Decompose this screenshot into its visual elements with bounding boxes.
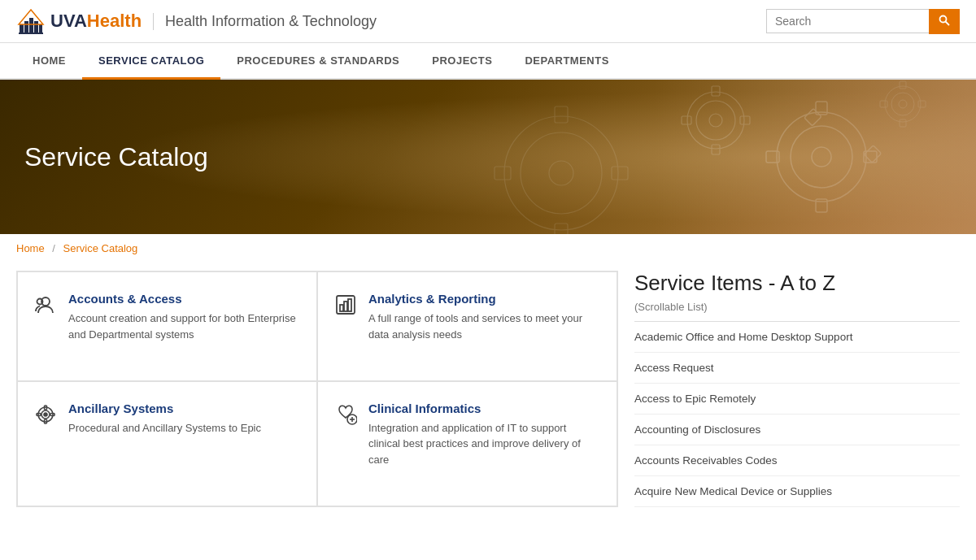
svg-rect-5	[39, 24, 42, 33]
nav-procedures[interactable]: PROCEDURES & STANDARDS	[220, 43, 416, 78]
service-card[interactable]: Clinical Informatics Integration and app…	[317, 381, 617, 506]
search-icon	[939, 15, 950, 26]
main-content: Accounts & Access Account creation and s…	[0, 263, 976, 523]
az-title: Service Items - A to Z	[634, 271, 960, 296]
breadcrumb-separator: /	[52, 242, 55, 254]
az-list-item[interactable]: Access to Epic Remotely	[634, 384, 960, 415]
search-input[interactable]	[766, 9, 929, 33]
card-title[interactable]: Analytics & Reporting	[368, 292, 496, 306]
logo-uva-text: UVA	[50, 11, 87, 31]
card-title[interactable]: Accounts & Access	[68, 292, 182, 306]
logo-link[interactable]: UVAHealth	[16, 7, 142, 36]
main-nav: HOME SERVICE CATALOG PROCEDURES & STANDA…	[0, 43, 976, 80]
svg-rect-2	[24, 21, 28, 33]
az-list-item[interactable]: Access Request	[634, 353, 960, 384]
hero-banner: Service Catalog	[0, 80, 976, 234]
hero-hand-overlay	[439, 80, 976, 234]
az-subtitle: (Scrollable List)	[634, 301, 960, 313]
breadcrumb: Home / Service Catalog	[0, 234, 976, 263]
service-grid: Accounts & Access Account creation and s…	[16, 271, 618, 507]
svg-rect-43	[340, 305, 343, 311]
card-description: Account creation and support for both En…	[68, 310, 300, 342]
breadcrumb-home[interactable]: Home	[16, 242, 45, 254]
svg-rect-3	[29, 18, 33, 33]
nav-projects[interactable]: PROJECTS	[416, 43, 508, 78]
card-icon	[34, 403, 57, 432]
nav-departments[interactable]: DEPARTMENTS	[508, 43, 625, 78]
az-list: Academic Office and Home Desktop Support…	[634, 322, 960, 507]
card-content: Accounts & Access Account creation and s…	[68, 292, 300, 342]
svg-rect-44	[344, 302, 347, 311]
card-description: A full range of tools and services to me…	[368, 310, 600, 342]
svg-point-8	[940, 15, 947, 22]
card-content: Ancillary Systems Procedural and Ancilla…	[68, 402, 261, 436]
service-card[interactable]: Ancillary Systems Procedural and Ancilla…	[17, 381, 317, 506]
logo-health-text: Health	[87, 11, 142, 31]
card-icon	[334, 403, 357, 432]
card-title[interactable]: Clinical Informatics	[368, 402, 481, 415]
card-description: Procedural and Ancillary Systems to Epic	[68, 420, 261, 436]
top-header: UVAHealth Health Information & Technolog…	[0, 0, 976, 43]
service-card[interactable]: Analytics & Reporting A full range of to…	[317, 271, 617, 381]
site-title: Health Information & Technology	[153, 13, 377, 30]
az-panel: Service Items - A to Z (Scrollable List)…	[634, 271, 960, 507]
card-description: Integration and application of IT to sup…	[368, 420, 600, 468]
search-area	[766, 9, 960, 34]
uva-logo-icon	[16, 7, 46, 36]
card-icon	[334, 293, 357, 322]
service-card[interactable]: Accounts & Access Account creation and s…	[17, 271, 317, 381]
svg-line-9	[946, 21, 950, 25]
svg-rect-45	[348, 299, 351, 311]
search-button[interactable]	[929, 9, 960, 34]
az-list-item[interactable]: Acquire New Medical Device or Supplies	[634, 476, 960, 507]
hero-title: Service Catalog	[0, 142, 233, 172]
card-content: Analytics & Reporting A full range of to…	[368, 292, 600, 342]
az-list-item[interactable]: Accounts Receivables Codes	[634, 445, 960, 476]
card-content: Clinical Informatics Integration and app…	[368, 402, 600, 468]
nav-home[interactable]: HOME	[16, 43, 82, 78]
svg-rect-6	[19, 33, 43, 34]
az-list-item[interactable]: Academic Office and Home Desktop Support	[634, 322, 960, 353]
breadcrumb-current: Service Catalog	[63, 242, 138, 254]
nav-service-catalog[interactable]: SERVICE CATALOG	[82, 43, 220, 78]
card-icon	[34, 293, 57, 322]
svg-rect-4	[34, 21, 38, 33]
svg-rect-1	[20, 24, 24, 33]
az-list-item[interactable]: Accounting of Disclosures	[634, 415, 960, 445]
card-title[interactable]: Ancillary Systems	[68, 402, 173, 415]
svg-point-48	[44, 413, 47, 416]
